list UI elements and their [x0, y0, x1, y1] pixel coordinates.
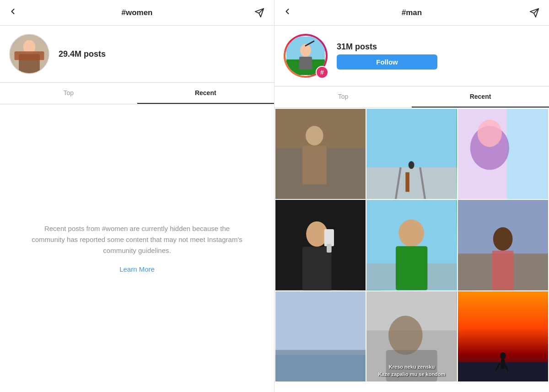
hashtag-badge-icon: #: [316, 66, 328, 79]
right-tab-recent[interactable]: Recent: [412, 86, 549, 107]
left-header: #women: [0, 0, 274, 26]
left-profile-info: 29.4M posts: [59, 49, 106, 59]
grid-image-9: [458, 291, 548, 381]
right-avatar-gradient: #: [284, 34, 328, 78]
left-learn-more-link[interactable]: Learn More: [119, 265, 155, 273]
svg-rect-13: [275, 109, 366, 199]
right-posts-count: 31M posts: [337, 42, 437, 52]
right-profile-info: 31M posts Follow: [337, 42, 437, 70]
right-back-button[interactable]: [283, 7, 296, 19]
right-grid-container: Kreso neku zensku Kaze zapalio mu se kon…: [274, 108, 549, 392]
left-avatar-image: [10, 34, 48, 74]
svg-rect-16: [406, 172, 410, 192]
svg-point-46: [500, 352, 506, 359]
left-posts-count: 29.4M posts: [59, 49, 106, 59]
svg-point-42: [388, 316, 423, 354]
left-back-button[interactable]: [8, 7, 21, 19]
right-tab-top[interactable]: Top: [274, 86, 412, 107]
meme-text-8: Kreso neku zensku Kaze zapalio mu se kon…: [366, 364, 457, 378]
grid-image-3: [458, 109, 548, 199]
left-tab-top[interactable]: Top: [0, 83, 137, 104]
grid-image-6: [458, 200, 548, 290]
svg-rect-7: [299, 57, 312, 70]
grid-image-2: [366, 109, 457, 199]
grid-cell-3[interactable]: [458, 109, 548, 199]
svg-point-35: [493, 227, 512, 251]
grid-image-7: [275, 291, 366, 381]
right-share-button[interactable]: [528, 8, 541, 18]
svg-rect-21: [506, 109, 548, 199]
grid-cell-1[interactable]: [275, 109, 366, 199]
right-profile-section: # 31M posts Follow: [274, 26, 549, 86]
right-image-grid: Kreso neku zensku Kaze zapalio mu se kon…: [274, 108, 549, 382]
right-panel: #man #: [274, 0, 549, 392]
grid-cell-5[interactable]: [366, 200, 457, 290]
grid-image-5: [366, 200, 457, 290]
grid-cell-7[interactable]: [275, 291, 366, 381]
svg-rect-39: [275, 354, 366, 381]
grid-image-1: [275, 109, 366, 199]
grid-image-4: [275, 200, 366, 290]
grid-cell-8[interactable]: Kreso neku zensku Kaze zapalio mu se kon…: [366, 291, 457, 381]
svg-rect-27: [324, 229, 334, 246]
right-header: #man: [274, 0, 549, 26]
svg-rect-36: [492, 251, 513, 290]
left-share-button[interactable]: [253, 8, 266, 18]
svg-rect-15: [366, 167, 457, 199]
left-hidden-message: Recent posts from #women are currently h…: [0, 104, 274, 392]
grid-cell-4[interactable]: [275, 200, 366, 290]
svg-point-23: [477, 119, 501, 147]
right-header-title: #man: [296, 8, 528, 17]
left-header-title: #women: [21, 8, 253, 17]
left-tabs: Top Recent: [0, 82, 274, 104]
grid-image-8: Kreso neku zensku Kaze zapalio mu se kon…: [366, 291, 457, 381]
svg-rect-28: [327, 244, 332, 252]
left-panel: #women 29.4M posts: [0, 0, 274, 392]
left-profile-section: 29.4M posts: [0, 26, 274, 82]
grid-cell-2[interactable]: [366, 109, 457, 199]
right-tabs: Top Recent: [274, 86, 549, 108]
follow-button[interactable]: Follow: [337, 54, 437, 70]
left-hidden-text: Recent posts from #women are currently h…: [27, 223, 247, 256]
left-tab-recent[interactable]: Recent: [137, 83, 274, 104]
left-avatar-wrapper: [9, 34, 49, 74]
svg-point-31: [399, 220, 424, 247]
right-avatar-wrapper: #: [284, 34, 328, 78]
svg-rect-3: [15, 51, 44, 60]
grid-cell-6[interactable]: [458, 200, 548, 290]
left-avatar: [9, 34, 49, 74]
svg-point-19: [409, 161, 414, 169]
svg-rect-32: [396, 247, 427, 290]
svg-rect-26: [302, 247, 332, 290]
grid-cell-9[interactable]: [458, 291, 548, 381]
